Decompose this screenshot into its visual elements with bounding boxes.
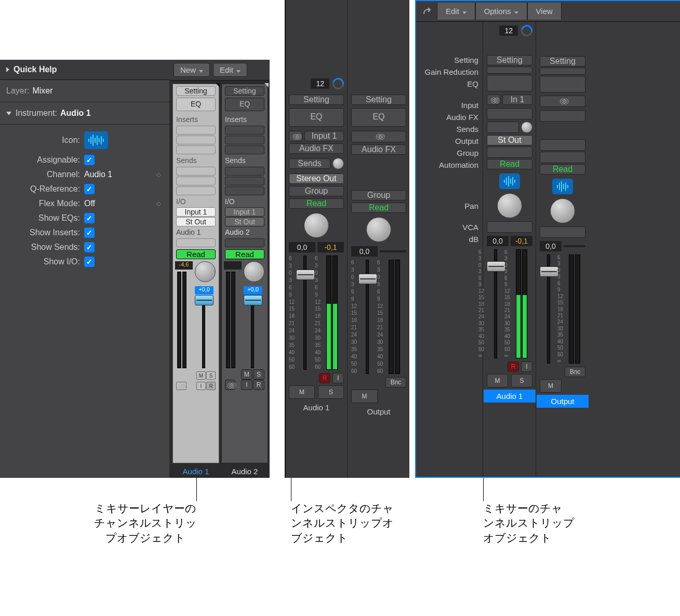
vca-slot[interactable] xyxy=(487,221,532,233)
automation-read-button[interactable]: Read xyxy=(289,198,344,209)
mixer-strip-output[interactable]: Setting Read 0,0 63036912151821243035405… xyxy=(537,22,589,477)
group-slot[interactable]: Group xyxy=(351,190,406,200)
fader-readout[interactable]: 0,0 xyxy=(540,241,562,251)
fader-cap[interactable] xyxy=(296,270,315,280)
mute-button[interactable]: M xyxy=(241,369,252,380)
bounce-button[interactable]: Bnc xyxy=(385,377,406,387)
fader-readout[interactable]: +0,0 xyxy=(244,286,262,294)
assignable-checkbox[interactable] xyxy=(84,155,95,165)
fader[interactable] xyxy=(494,249,497,358)
automation-read-button[interactable]: Read xyxy=(540,164,585,175)
channel-name-output[interactable]: Output xyxy=(348,405,409,418)
edit-menu[interactable]: Edit xyxy=(437,3,475,20)
fader[interactable] xyxy=(251,297,254,368)
send-slot[interactable] xyxy=(176,167,216,176)
output-slot[interactable] xyxy=(540,139,585,151)
fader-cap[interactable] xyxy=(244,295,262,305)
channel-name-audio2[interactable]: Audio 2 xyxy=(221,467,268,476)
edit-menu[interactable]: Edit xyxy=(213,63,247,77)
record-enable-button[interactable]: R xyxy=(253,380,264,390)
output-slot[interactable]: St Out xyxy=(225,217,264,226)
options-menu[interactable]: Options xyxy=(475,3,527,20)
record-enable-button[interactable]: R xyxy=(319,373,330,383)
input-monitor-button[interactable]: I xyxy=(196,382,206,390)
audiofx-slot[interactable]: Audio FX xyxy=(289,143,344,154)
solo-button[interactable]: S xyxy=(318,385,344,399)
new-menu[interactable]: New xyxy=(174,63,210,77)
record-enable-button[interactable]: R xyxy=(206,382,216,390)
pan-knob[interactable] xyxy=(497,193,522,218)
input-monitor-button[interactable]: I xyxy=(241,380,252,390)
gain-knob-icon[interactable] xyxy=(519,23,535,38)
mute-button[interactable]: M xyxy=(196,371,206,380)
input-slot[interactable]: Input 1 xyxy=(304,131,344,141)
show-sends-checkbox[interactable] xyxy=(84,242,95,252)
quick-help-header[interactable]: Quick Help xyxy=(0,60,169,80)
stereo-icon[interactable] xyxy=(289,131,302,141)
audiofx-slot[interactable] xyxy=(540,110,585,122)
fader-cap[interactable] xyxy=(487,261,505,272)
input-monitor-button[interactable]: I xyxy=(521,361,532,372)
stepper-icon[interactable]: ◇ xyxy=(156,171,161,178)
show-inserts-checkbox[interactable] xyxy=(84,227,95,238)
pan-knob[interactable] xyxy=(244,261,264,282)
pan-knob[interactable] xyxy=(195,261,216,282)
record-enable-button[interactable]: R xyxy=(508,361,519,372)
eq-button[interactable]: EQ xyxy=(289,108,344,127)
group-slot[interactable] xyxy=(225,238,264,247)
audio-track-icon[interactable] xyxy=(552,179,573,194)
pan-knob[interactable] xyxy=(550,198,575,223)
input-monitor-button[interactable]: I xyxy=(332,373,344,383)
audio-track-icon[interactable] xyxy=(499,173,520,189)
insert-slot[interactable] xyxy=(225,126,264,135)
setting-button[interactable]: Setting xyxy=(176,86,216,96)
view-menu[interactable]: View xyxy=(527,3,562,20)
output-slot[interactable]: St Out xyxy=(176,217,216,226)
channel-name-audio1[interactable]: Audio 1 xyxy=(484,390,536,403)
input-slot[interactable]: Input 1 xyxy=(176,207,216,217)
output-slot[interactable]: St Out xyxy=(487,135,532,145)
send-knob[interactable] xyxy=(332,158,344,169)
eq-button[interactable]: EQ xyxy=(225,98,264,111)
fader[interactable] xyxy=(303,256,306,370)
group-slot[interactable] xyxy=(540,152,585,163)
stepper-icon[interactable]: ◇ xyxy=(156,200,161,207)
fader[interactable] xyxy=(366,260,369,374)
bounce-button[interactable]: Bnc xyxy=(565,367,585,377)
gain-knob-icon[interactable] xyxy=(330,76,346,91)
stereo-icon[interactable] xyxy=(225,380,235,390)
solo-button[interactable]: S xyxy=(511,374,532,387)
automation-read-button[interactable]: Read xyxy=(225,249,264,259)
fader[interactable] xyxy=(202,297,205,368)
show-eqs-checkbox[interactable] xyxy=(84,213,95,223)
sends-slot[interactable]: Sends xyxy=(289,158,330,169)
setting-button[interactable]: Setting xyxy=(289,95,344,105)
fader-cap[interactable] xyxy=(540,266,558,277)
automation-read-button[interactable]: Read xyxy=(176,249,216,259)
show-io-checkbox[interactable] xyxy=(84,257,95,267)
mute-button[interactable]: M xyxy=(351,390,378,403)
solo-button[interactable]: S xyxy=(206,371,216,380)
insert-slot[interactable] xyxy=(225,145,264,154)
insert-slot[interactable] xyxy=(225,136,264,144)
group-slot[interactable] xyxy=(487,146,532,158)
insert-slot[interactable] xyxy=(176,136,216,144)
channel-strip-audio2[interactable]: Setting EQ Inserts Sends I/O Input 1 St … xyxy=(221,84,268,463)
setting-button[interactable]: Setting xyxy=(225,86,264,96)
back-button[interactable] xyxy=(416,7,437,16)
stereo-icon[interactable] xyxy=(176,382,186,390)
pan-knob[interactable] xyxy=(366,217,391,242)
group-slot[interactable] xyxy=(176,238,216,247)
send-slot[interactable] xyxy=(225,167,264,176)
send-slot[interactable] xyxy=(225,177,264,185)
qref-checkbox[interactable] xyxy=(84,184,95,194)
send-slot[interactable] xyxy=(176,177,216,185)
setting-button[interactable]: Setting xyxy=(351,95,406,105)
fader-readout[interactable]: 0,0 xyxy=(289,242,315,252)
channel-name-audio1[interactable]: Audio 1 xyxy=(172,467,219,476)
inspector-strip-output[interactable]: Setting EQ Audio FX Group Read 0,0 63036… xyxy=(348,76,409,478)
output-slot[interactable]: Stereo Out xyxy=(289,173,344,184)
fader-readout[interactable]: +0,0 xyxy=(195,286,214,294)
vca-slot[interactable] xyxy=(540,226,585,238)
input-slot[interactable]: Input 1 xyxy=(225,207,264,217)
